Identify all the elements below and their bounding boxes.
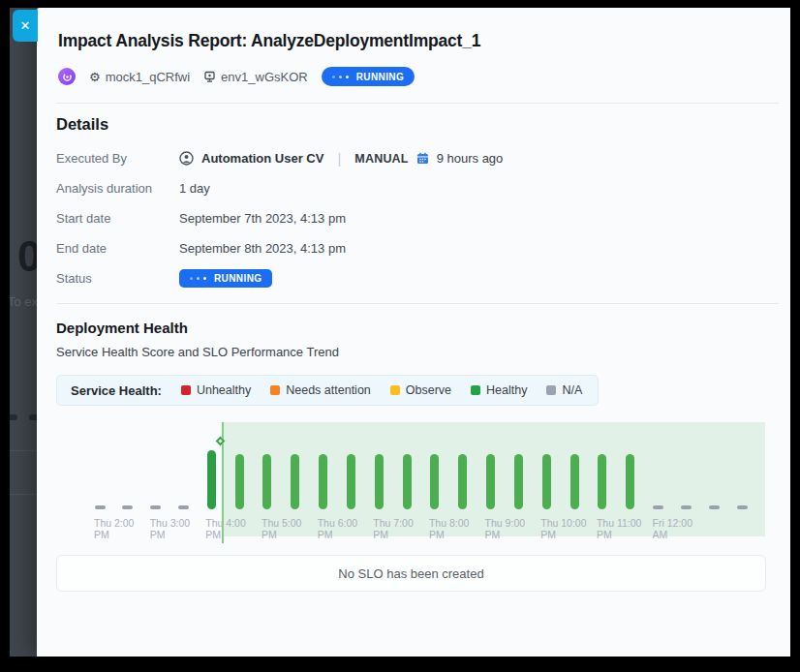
health-na-marker[interactable] xyxy=(681,505,692,509)
status-value-badge: RUNNING xyxy=(179,269,272,288)
x-axis-tick-label: Thu 9:00PM xyxy=(485,518,525,540)
x-axis-tick-label: Thu 8:00PM xyxy=(429,518,469,540)
environment-chip-label: env1_wGsKOR xyxy=(221,70,308,84)
x-axis-tick-label: Thu 5:00PM xyxy=(262,518,301,540)
details-divider xyxy=(56,303,779,304)
slo-empty-box: No SLO has been created xyxy=(56,555,766,592)
legend-item: N/A xyxy=(546,383,582,397)
deployment-health-heading: Deployment Health xyxy=(56,320,771,336)
health-na-marker[interactable] xyxy=(709,505,720,509)
service-health-legend: Service Health: UnhealthyNeeds attention… xyxy=(56,375,599,406)
legend-item: Needs attention xyxy=(270,383,371,397)
health-bar[interactable] xyxy=(262,454,271,509)
x-axis-tick-label: Thu 7:00PM xyxy=(373,518,413,540)
health-bar[interactable] xyxy=(542,454,551,509)
end-date-label: End date xyxy=(56,241,179,256)
status-badge: RUNNING xyxy=(322,67,415,86)
health-bar[interactable] xyxy=(626,454,634,509)
status-row: Status RUNNING xyxy=(56,263,771,293)
service-chip[interactable]: ⚙ mock1_qCRfwi xyxy=(89,70,190,84)
executed-by-user: Automation User CV xyxy=(201,151,323,166)
running-pulse-icon xyxy=(190,277,193,280)
health-bar[interactable] xyxy=(486,454,495,509)
health-bar[interactable] xyxy=(403,454,412,509)
health-bar[interactable] xyxy=(570,454,579,509)
slo-empty-message: No SLO has been created xyxy=(338,566,483,581)
running-pulse-icon xyxy=(332,76,335,78)
start-date-row: Start date September 7th 2023, 4:13 pm xyxy=(56,203,771,233)
detail-rows: Executed By Automation User CV | MANUAL xyxy=(56,143,771,293)
legend-swatch-icon xyxy=(471,385,480,395)
analysis-duration-label: Analysis duration xyxy=(56,181,179,196)
deployment-health-subheading: Service Health Score and SLO Performance… xyxy=(56,345,771,359)
impact-analysis-modal: Impact Analysis Report: AnalyzeDeploymen… xyxy=(37,8,790,657)
health-na-marker[interactable] xyxy=(737,505,748,509)
user-icon xyxy=(179,151,194,166)
header-divider xyxy=(56,103,779,104)
legend-item: Unhealthy xyxy=(181,383,251,397)
status-label: Status xyxy=(56,271,179,286)
analysis-duration-value: 1 day xyxy=(179,181,210,196)
legend-item: Healthy xyxy=(471,383,527,397)
status-value-label: RUNNING xyxy=(214,273,262,284)
background-dash xyxy=(10,414,17,420)
health-na-marker[interactable] xyxy=(95,505,106,509)
details-heading: Details xyxy=(56,115,771,134)
health-na-marker[interactable] xyxy=(653,505,663,509)
environment-chip[interactable]: env1_wGsKOR xyxy=(203,70,308,84)
health-na-marker[interactable] xyxy=(178,505,189,509)
service-chip-label: mock1_qCRfwi xyxy=(106,70,190,84)
status-badge-label: RUNNING xyxy=(356,72,404,82)
x-axis-tick-label: Thu 2:00PM xyxy=(94,518,134,540)
health-bar[interactable] xyxy=(291,454,299,509)
monitored-service-avatar-icon xyxy=(58,68,76,85)
health-bar[interactable] xyxy=(235,454,244,509)
legend-swatch-icon xyxy=(181,385,191,395)
health-bar[interactable] xyxy=(514,454,523,509)
close-button[interactable]: ✕ xyxy=(13,10,38,42)
legend-swatch-icon xyxy=(270,385,280,395)
gear-icon: ⚙ xyxy=(89,71,101,83)
legend-item-label: Observe xyxy=(406,383,451,397)
x-axis-tick-label: Thu 10:00PM xyxy=(540,518,586,540)
legend-swatch-icon xyxy=(546,385,556,395)
legend-item-label: N/A xyxy=(562,383,582,397)
health-na-marker[interactable] xyxy=(122,505,133,509)
value-divider: | xyxy=(337,150,341,167)
x-axis-tick-label: Thu 3:00PM xyxy=(150,518,190,540)
legend-item-label: Needs attention xyxy=(286,383,371,397)
health-chart: Thu 2:00PMThu 3:00PMThu 4:00PMThu 5:00PM… xyxy=(56,417,786,545)
legend-swatch-icon xyxy=(390,385,400,395)
page-backdrop: 0 To exp Impact Analysis Report: Analyze… xyxy=(10,8,790,657)
x-axis-tick-label: Fri 12:00AM xyxy=(653,518,692,540)
executed-by-row: Executed By Automation User CV | MANUAL xyxy=(56,143,771,173)
modal-header: Impact Analysis Report: AnalyzeDeploymen… xyxy=(37,8,790,86)
executed-by-label: Executed By xyxy=(56,151,179,166)
health-bar[interactable] xyxy=(458,454,467,509)
legend-item: Observe xyxy=(390,383,451,397)
legend-title: Service Health: xyxy=(71,383,162,398)
end-date-value: September 8th 2023, 4:13 pm xyxy=(179,241,346,256)
health-na-marker[interactable] xyxy=(150,505,161,509)
calendar-icon xyxy=(416,152,429,165)
executed-time-ago: 9 hours ago xyxy=(437,151,504,166)
x-axis-tick-label: Thu 6:00PM xyxy=(318,518,357,540)
page-title: Impact Analysis Report: AnalyzeDeploymen… xyxy=(58,31,767,51)
health-bar[interactable] xyxy=(319,454,327,509)
environment-icon xyxy=(203,71,216,83)
health-bar[interactable] xyxy=(430,454,439,509)
legend-item-label: Healthy xyxy=(486,383,527,397)
health-bar[interactable] xyxy=(598,454,606,509)
analysis-duration-row: Analysis duration 1 day xyxy=(56,173,771,203)
start-date-label: Start date xyxy=(56,211,179,226)
legend-item-label: Unhealthy xyxy=(197,383,251,397)
trigger-type: MANUAL xyxy=(354,152,408,166)
meta-row: ⚙ mock1_qCRfwi env1_wGsKOR xyxy=(58,67,767,86)
background-row-divider xyxy=(10,494,39,495)
end-date-row: End date September 8th 2023, 4:13 pm xyxy=(56,233,771,263)
health-bar[interactable] xyxy=(375,454,384,509)
x-axis-tick-label: Thu 11:00PM xyxy=(597,518,642,540)
details-section: Details Executed By Automation User CV xyxy=(37,115,790,293)
health-bar[interactable] xyxy=(347,454,355,509)
health-bar[interactable] xyxy=(207,450,216,509)
